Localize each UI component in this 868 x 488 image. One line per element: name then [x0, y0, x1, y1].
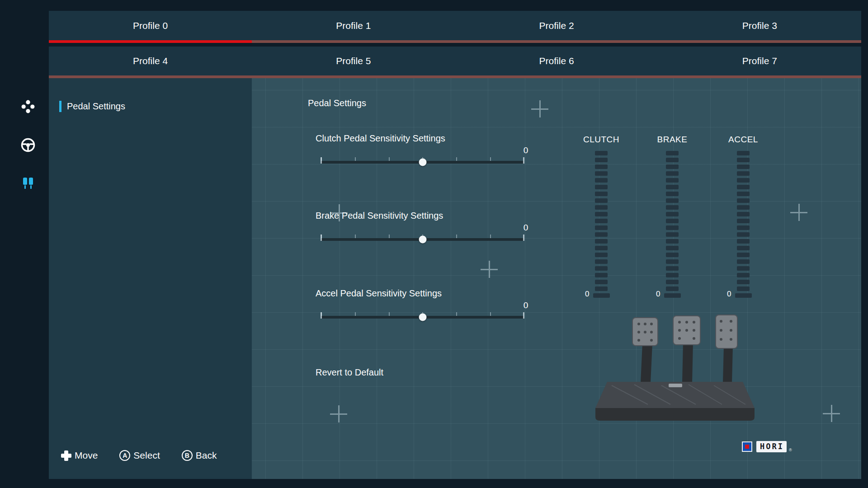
brake-slider-handle[interactable] [419, 236, 426, 244]
accel-meter-value: 0 [727, 290, 731, 299]
clutch-meter: CLUTCH 0 [574, 135, 628, 298]
accel-slider-value: 0 [517, 300, 535, 310]
slider-end-cap [321, 235, 322, 241]
registered-mark: ® [789, 448, 792, 452]
app-window: Profile 0 Profile 1 Profile 2 Profile 3 … [0, 0, 868, 488]
profile-tabs-row-1: Profile 0 Profile 1 Profile 2 Profile 3 [49, 11, 861, 43]
controller-hints: Move A Select B Back [61, 450, 217, 461]
grid-plus-icon [330, 405, 347, 422]
revert-to-default-button[interactable]: Revert to Default [316, 367, 383, 378]
move-hint-label: Move [75, 450, 98, 461]
brake-meter-base-segment [664, 293, 681, 298]
tab-label: Profile 0 [133, 20, 168, 31]
brake-meter-label: BRAKE [645, 135, 699, 145]
brake-slider[interactable] [321, 238, 524, 241]
accel-meter-bar [716, 151, 770, 291]
back-hint-label: Back [196, 450, 217, 461]
tab-profile-2[interactable]: Profile 2 [455, 11, 658, 43]
slider-end-cap [321, 157, 322, 164]
accel-meter-label: ACCEL [716, 135, 770, 145]
tab-profile-1[interactable]: Profile 1 [252, 11, 455, 43]
clutch-meter-base-segment [593, 293, 610, 298]
clutch-slider-handle[interactable] [419, 159, 426, 166]
hori-mark-icon [742, 441, 752, 452]
active-item-marker [59, 101, 61, 112]
grid-plus-icon [481, 261, 498, 278]
tab-label: Profile 4 [133, 56, 168, 66]
tab-label: Profile 6 [539, 56, 574, 66]
steering-wheel-icon [20, 137, 36, 153]
grid-plus-icon [531, 100, 548, 117]
clutch-slider[interactable] [321, 161, 524, 164]
brake-slider-value: 0 [517, 223, 535, 233]
pedals-image [594, 314, 756, 425]
tab-label: Profile 7 [742, 56, 777, 66]
accel-slider-label: Accel Pedal Sensitivity Settings [316, 288, 533, 299]
clutch-slider-value: 0 [517, 145, 535, 155]
back-hint: B Back [182, 450, 217, 461]
brake-meter-value: 0 [656, 290, 660, 299]
content-area: Pedal Settings Clutch Pedal Sensitivity … [252, 78, 861, 479]
slider-end-cap [523, 157, 524, 164]
clutch-slider-label: Clutch Pedal Sensitivity Settings [316, 133, 533, 144]
gamepad-buttons-icon [21, 100, 35, 113]
select-hint-label: Select [133, 450, 160, 461]
slider-end-cap [321, 312, 322, 319]
brand-badge: HORI ® [742, 441, 792, 452]
slider-end-cap [523, 235, 524, 241]
tab-profile-0[interactable]: Profile 0 [49, 11, 252, 43]
brand-wordmark: HORI [756, 441, 787, 452]
accel-meter-base-segment [735, 293, 752, 298]
dpad-icon [61, 450, 71, 461]
tab-profile-7[interactable]: Profile 7 [658, 47, 861, 78]
slider-end-cap [523, 312, 524, 319]
menu-item-pedal-settings[interactable]: Pedal Settings [59, 101, 125, 112]
tab-label: Profile 2 [539, 20, 574, 31]
accel-slider-handle[interactable] [419, 314, 426, 321]
clutch-meter-value: 0 [585, 290, 589, 299]
tab-profile-5[interactable]: Profile 5 [252, 47, 455, 78]
pedals-icon [21, 177, 35, 190]
brake-slider-label: Brake Pedal Sensitivity Settings [316, 211, 533, 221]
tab-profile-4[interactable]: Profile 4 [49, 47, 252, 78]
clutch-meter-bar [574, 151, 628, 291]
select-hint: A Select [119, 450, 160, 461]
a-button-icon: A [119, 450, 130, 461]
sidebar-item-pedals[interactable] [20, 176, 36, 191]
tab-profile-6[interactable]: Profile 6 [455, 47, 658, 78]
tab-label: Profile 3 [742, 20, 777, 31]
profile-tabs-row-2: Profile 4 Profile 5 Profile 6 Profile 7 [49, 47, 861, 78]
brake-meter: BRAKE 0 [645, 135, 699, 298]
b-button-icon: B [182, 450, 193, 461]
brake-meter-bar [645, 151, 699, 291]
clutch-meter-label: CLUTCH [574, 135, 628, 145]
settings-menu-panel: Pedal Settings Move A Select B Back [49, 78, 252, 479]
tab-profile-3[interactable]: Profile 3 [658, 11, 861, 43]
menu-item-label: Pedal Settings [67, 101, 125, 112]
sidebar-item-buttons[interactable] [20, 99, 36, 114]
brake-slider-group: Brake Pedal Sensitivity Settings 0 [316, 211, 533, 256]
grid-plus-icon [790, 204, 807, 221]
grid-plus-icon [823, 405, 840, 422]
accel-slider-group: Accel Pedal Sensitivity Settings 0 [316, 288, 533, 333]
clutch-slider-group: Clutch Pedal Sensitivity Settings 0 [316, 133, 533, 178]
sidebar [7, 78, 49, 479]
tab-label: Profile 5 [336, 56, 371, 66]
tab-label: Profile 1 [336, 20, 371, 31]
sidebar-item-wheel[interactable] [20, 137, 36, 153]
accel-slider[interactable] [321, 316, 524, 319]
accel-meter: ACCEL 0 [716, 135, 770, 298]
page-title: Pedal Settings [308, 98, 366, 108]
move-hint: Move [61, 450, 98, 461]
